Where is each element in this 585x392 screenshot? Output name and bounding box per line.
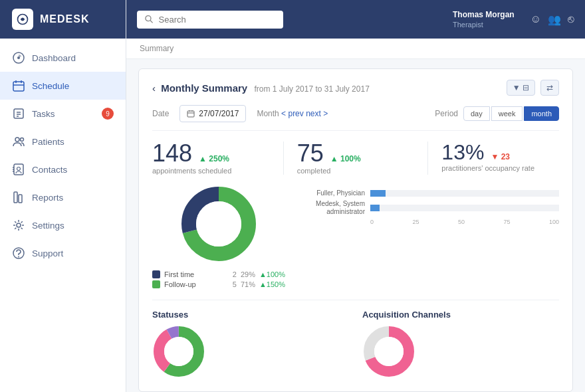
bar-row-1: Medesk, System administrator	[298, 200, 559, 216]
statuses-chart: Statuses	[152, 310, 349, 381]
svg-point-31	[196, 201, 241, 246]
donut-chart-section: First time 2 29% ▲100% Follow-up	[152, 184, 285, 290]
svg-point-2	[17, 56, 20, 59]
period-month[interactable]: month	[524, 106, 559, 121]
search-container[interactable]	[137, 11, 283, 29]
period-label: Period	[435, 109, 458, 118]
occupancy-percent: 13%	[441, 142, 484, 163]
sidebar-item-schedule[interactable]: Schedule	[0, 72, 126, 100]
contacts-label: Contacts	[32, 165, 67, 175]
month-label: Month	[257, 109, 281, 118]
sidebar: MEDESK Dashboard Schedule	[0, 0, 126, 392]
bar-label-1: Medesk, System administrator	[298, 200, 365, 216]
summary-header: ‹ Monthly Summary from 1 July 2017 to 31…	[152, 80, 559, 96]
tasks-label: Tasks	[32, 109, 55, 119]
search-input[interactable]	[159, 15, 275, 25]
next-link[interactable]: next >	[306, 109, 328, 118]
refresh-button[interactable]: ⇄	[540, 80, 559, 96]
period-buttons: day week month	[463, 106, 559, 121]
user-info: Thomas Morgan Therapist	[453, 10, 515, 29]
dashboard-label: Dashboard	[32, 53, 76, 63]
sidebar-item-patients[interactable]: Patients	[0, 128, 126, 155]
back-arrow[interactable]: ‹	[152, 82, 156, 94]
donut-chart	[179, 184, 259, 264]
axis-75: 75	[503, 219, 510, 225]
emoji-icon[interactable]: ☺	[530, 13, 541, 26]
stats-row: 148 ▲ 250% appointments scheduled 75	[152, 142, 559, 184]
svg-rect-13	[14, 164, 23, 175]
svg-point-35	[164, 337, 193, 366]
reports-icon	[12, 191, 25, 204]
follow-up-dot	[152, 280, 160, 288]
bar-chart-section: Fuller, Physician Medesk, System adminis…	[298, 184, 559, 290]
completed-number: 75	[297, 142, 324, 165]
support-icon	[12, 246, 25, 260]
sidebar-item-settings[interactable]: Settings	[0, 211, 126, 239]
donut-legend: First time 2 29% ▲100% Follow-up	[152, 270, 285, 288]
svg-rect-7	[14, 109, 23, 118]
down-arrow: ▼	[491, 152, 499, 161]
acquisition-donut	[362, 325, 415, 378]
tasks-badge: 9	[102, 108, 114, 120]
svg-rect-18	[14, 192, 17, 203]
schedule-label: Schedule	[32, 81, 69, 91]
summary-title-text: Monthly Summary	[161, 82, 247, 94]
dashboard-icon	[12, 51, 25, 64]
sidebar-item-support[interactable]: Support	[0, 239, 126, 267]
date-value: 27/07/2017	[199, 109, 239, 118]
prev-link[interactable]: < prev	[281, 109, 304, 118]
sidebar-navigation: Dashboard Schedule	[0, 39, 126, 392]
first-time-values: 2 29% ▲100%	[233, 270, 285, 278]
svg-point-20	[17, 223, 21, 227]
svg-point-11	[15, 138, 19, 142]
sidebar-item-dashboard[interactable]: Dashboard	[0, 44, 126, 72]
logout-icon[interactable]: ⎋	[568, 13, 574, 26]
svg-line-24	[150, 21, 153, 23]
svg-rect-19	[19, 195, 22, 203]
filter-button[interactable]: ▼ ⊟	[507, 80, 535, 96]
bar-fill-0	[370, 190, 386, 197]
month-nav: Month < prev next >	[257, 109, 328, 118]
calendar-icon	[187, 110, 195, 118]
completed-stat: 75 ▲ 100% completed	[297, 142, 415, 175]
axis-0: 0	[370, 219, 374, 225]
patients-icon	[12, 135, 25, 148]
acquisition-title: Acquisition Channels	[362, 310, 559, 320]
schedule-icon	[12, 79, 25, 92]
logo-text: MEDESK	[40, 13, 89, 25]
period-day[interactable]: day	[463, 106, 490, 121]
users-icon[interactable]: 👥	[548, 13, 561, 26]
logo: MEDESK	[0, 0, 126, 39]
sidebar-item-tasks[interactable]: Tasks 9	[0, 100, 126, 128]
donut-svg	[179, 184, 259, 264]
svg-rect-3	[13, 82, 24, 91]
follow-up-label: Follow-up	[164, 280, 196, 288]
breadcrumb: Summary	[126, 39, 585, 59]
up-arrow: ▲	[199, 154, 207, 163]
statuses-donut	[152, 325, 205, 378]
reports-label: Reports	[32, 193, 63, 203]
settings-icon	[12, 219, 25, 232]
sidebar-item-reports[interactable]: Reports	[0, 183, 126, 211]
logo-icon	[12, 9, 33, 30]
bar-row-0: Fuller, Physician	[298, 189, 559, 197]
bar-track-1	[370, 205, 559, 211]
acquisition-chart: Acquisition Channels	[362, 310, 559, 381]
axis-25: 25	[412, 219, 419, 225]
svg-point-17	[17, 167, 21, 171]
date-label: Date	[152, 109, 169, 118]
summary-title: ‹ Monthly Summary from 1 July 2017 to 31…	[152, 82, 370, 94]
up-arrow-2: ▲	[330, 154, 338, 163]
header-icons: ☺ 👥 ⎋	[530, 13, 574, 26]
bar-chart: Fuller, Physician Medesk, System adminis…	[298, 189, 559, 225]
bar-label-0: Fuller, Physician	[298, 189, 365, 197]
support-label: Support	[32, 248, 63, 258]
period-week[interactable]: week	[491, 106, 523, 121]
user-role: Therapist	[453, 21, 515, 29]
axis-50: 50	[458, 219, 465, 225]
date-input[interactable]: 27/07/2017	[179, 105, 246, 122]
settings-label: Settings	[32, 221, 64, 231]
legend-follow-up: Follow-up 5 71% ▲150%	[152, 280, 285, 288]
summary-actions: ▼ ⊟ ⇄	[507, 80, 559, 96]
sidebar-item-contacts[interactable]: Contacts	[0, 155, 126, 183]
